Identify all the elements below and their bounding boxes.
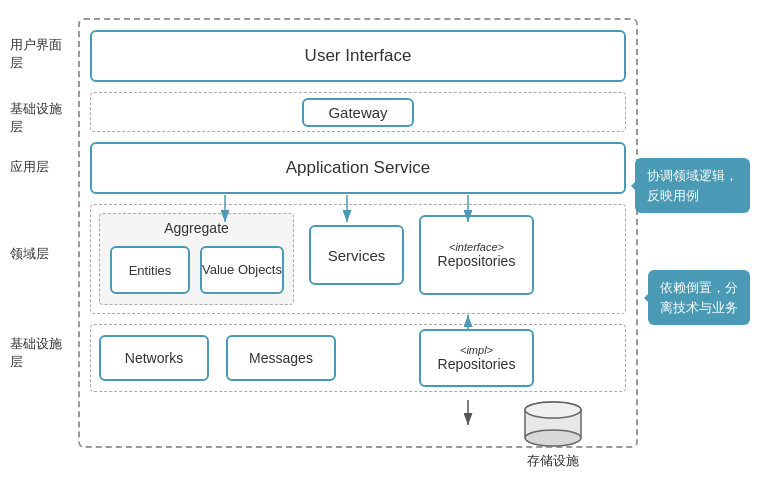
messages-label: Messages <box>249 350 313 366</box>
layer-labels: 用户界面层 基础设施层 应用层 领域层 基础设施层 <box>8 10 73 500</box>
application-service-label: Application Service <box>286 158 431 178</box>
networks-label: Networks <box>125 350 183 366</box>
ui-layer-label: 用户界面层 <box>10 36 73 72</box>
storage-cylinder-icon <box>518 400 588 450</box>
networks-box: Networks <box>99 335 209 381</box>
domain-layer-label: 领域层 <box>10 245 49 263</box>
gateway-label: Gateway <box>328 104 387 121</box>
infra1-layer-label: 基础设施层 <box>10 100 73 136</box>
annotation2-text: 依赖倒置，分 离技术与业务 <box>660 280 738 315</box>
storage-area: 存储设施 <box>78 400 638 470</box>
annotation-dependency-inversion: 依赖倒置，分 离技术与业务 <box>648 270 750 325</box>
messages-box: Messages <box>226 335 336 381</box>
aggregate-box: Aggregate Entities Value Objects <box>99 213 294 305</box>
domain-layer-row: Aggregate Entities Value Objects Service… <box>90 204 626 314</box>
value-objects-box: Value Objects <box>200 246 284 294</box>
infra2-layer-label: 基础设施层 <box>10 335 73 371</box>
storage-group: 存储设施 <box>518 400 588 470</box>
services-label: Services <box>328 247 386 264</box>
entities-label: Entities <box>129 263 172 278</box>
services-box: Services <box>309 225 404 285</box>
svg-point-4 <box>525 430 581 446</box>
aggregate-label: Aggregate <box>164 220 229 236</box>
storage-label: 存储设施 <box>527 452 579 470</box>
gateway-box: Gateway <box>302 98 413 127</box>
impl-label: <impl> <box>460 344 493 356</box>
main-architecture-box: User Interface Gateway Application Servi… <box>78 18 638 448</box>
value-objects-label: Value Objects <box>202 262 282 279</box>
repositories-interface-box: <interface> Repositories <box>419 215 534 295</box>
interface-label: <interface> <box>449 241 504 253</box>
diagram-container: 用户界面层 基础设施层 应用层 领域层 基础设施层 User Interface… <box>0 10 768 500</box>
app-layer-label: 应用层 <box>10 158 49 176</box>
user-interface-box: User Interface <box>90 30 626 82</box>
annotation1-text: 协调领域逻辑， 反映用例 <box>647 168 738 203</box>
entities-box: Entities <box>110 246 190 294</box>
application-service-box: Application Service <box>90 142 626 194</box>
repositories-impl-box: <impl> Repositories <box>419 329 534 387</box>
infra-layer-row: Networks Messages <impl> Repositories <box>90 324 626 392</box>
repositories-interface-label: Repositories <box>438 253 516 269</box>
repositories-impl-label: Repositories <box>438 356 516 372</box>
annotation-app-service: 协调领域逻辑， 反映用例 <box>635 158 750 213</box>
user-interface-label: User Interface <box>305 46 412 66</box>
svg-point-5 <box>525 402 581 418</box>
gateway-row: Gateway <box>90 92 626 132</box>
